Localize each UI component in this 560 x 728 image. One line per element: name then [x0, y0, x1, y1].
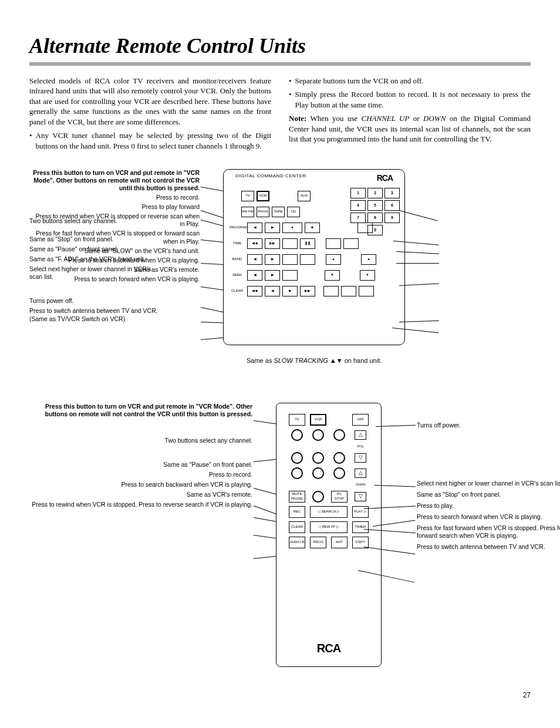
vol-dn-button: ▼ — [325, 270, 340, 281]
digit-7: 7 — [350, 213, 366, 223]
intro-bullet-1: Any VCR tuner channel may be selected by… — [29, 130, 271, 151]
d1r-scan: Select next higher or lower channel in V… — [29, 265, 164, 281]
remote-1: DIGITAL COMMAND CENTER RCA 1 2 3 4 5 6 7… — [223, 169, 405, 345]
d2-callout-rewind: Press to rewind when VCR is stopped. Pre… — [29, 501, 252, 508]
cd-button: CD — [287, 207, 300, 217]
aux-button: AUX — [298, 191, 311, 201]
digit-2: 2 — [367, 188, 383, 198]
digit-4: 4 — [350, 200, 366, 211]
remote-1-header: DIGITAL COMMAND CENTER — [235, 173, 306, 184]
r2-dial-5 — [312, 452, 324, 464]
page-number: 27 — [29, 690, 531, 700]
page-title: Alternate Remote Control Units — [29, 32, 531, 60]
ant-button — [341, 286, 356, 296]
search-n-button: ▶ — [282, 286, 298, 296]
intro-note: Note: When you use CHANNEL UP or DOWN on… — [289, 113, 531, 144]
lbl-clear: CLEAR — [230, 289, 245, 294]
note-italic-1: CHANNEL UP — [361, 114, 409, 123]
mute-button — [326, 238, 341, 249]
d2-callout-record: Press to record. — [29, 471, 252, 478]
r2-ant-button: ANT — [331, 537, 348, 548]
search-p-button: ◀ — [265, 286, 280, 296]
audiob-button — [300, 254, 315, 265]
diagram-2: Press this button to turn on VCR and put… — [29, 403, 531, 685]
digit-5: 5 — [367, 200, 383, 211]
intro-right-col: Separate buttons turn the VCR on and off… — [289, 76, 531, 155]
r2-dial-0 — [312, 491, 324, 503]
intro-bullet-2: Separate buttons turn the VCR on and off… — [289, 76, 531, 86]
remote-2: TV VCR OFF △ VOL ▽ △ CHAN — [276, 403, 382, 667]
intro-left-col: Selected models of RCA color TV receiver… — [29, 76, 271, 155]
d1r-ant: Press to switch antenna between TV and V… — [29, 307, 164, 322]
slow-next-button: ▶ — [265, 270, 280, 281]
r2-tv-button: TV — [289, 414, 305, 426]
diagram-1: Press this button to turn on VCR and put… — [29, 169, 531, 386]
d2-callout-pause: Same as "Pause" on front panel. — [29, 461, 252, 469]
lbl-seek: SEEK — [230, 273, 245, 278]
r2-pcstop-button: PC STOP — [331, 491, 348, 503]
r2-play-button: PLAY ▷ — [352, 506, 369, 518]
r2-dial-6 — [333, 452, 345, 464]
page-next-button: ▶ — [265, 254, 280, 265]
r2-vol-dn: ▽ — [355, 453, 366, 463]
r2-dial-8 — [312, 467, 324, 479]
lbl-band: BAND — [230, 257, 245, 262]
r2-audiob-button: AUDIO B — [289, 537, 305, 548]
r2-dial-4 — [291, 452, 303, 464]
r2-mute-button: MUTE PAUSE — [289, 491, 305, 503]
digit-6: 6 — [384, 200, 400, 211]
stop-button: ■ — [305, 223, 320, 233]
d2r-off: Turns off power. — [417, 422, 560, 429]
title-rule — [29, 63, 531, 65]
d2r-ant: Press to switch antenna between TV and V… — [417, 543, 560, 551]
diagram-2-left-callouts: Press this button to turn on VCR and put… — [29, 403, 252, 511]
repeat-button — [282, 238, 298, 249]
digit-pad: 1 2 3 4 5 6 7 8 9 0 — [350, 188, 400, 235]
r2-search-button: ◁ SEARCH ▷ — [310, 506, 348, 518]
d1r-channel: Two buttons select any channel. — [29, 217, 164, 225]
chan-dn-button: ▼ — [360, 270, 375, 281]
vol-up-button: ▲ — [326, 254, 341, 265]
digit-9: 9 — [384, 213, 400, 223]
amfm-button: AM FM — [241, 207, 254, 217]
rewind-button: ◀◀ — [247, 238, 262, 249]
r2-vol-label: VOL — [352, 444, 369, 449]
page-prev-button: ◀ — [247, 254, 262, 265]
d1-callout-vcr-mode: Press this button to turn on VCR and put… — [29, 169, 200, 192]
d2r-search-fwd: Press to search forward when VCR is play… — [417, 513, 560, 521]
intro-paragraph: Selected models of RCA color TV receiver… — [29, 76, 271, 127]
pause-button: ❚❚ — [300, 238, 315, 249]
vcr-button: VCR — [257, 191, 269, 201]
r2-dial-3 — [333, 429, 345, 441]
r2-dial-1 — [291, 429, 303, 441]
r2-chan-label: CHAN — [352, 483, 369, 487]
diagram-1-caption: Same as SLOW TRACKING ▲▼ on hand unit. — [247, 357, 382, 365]
d1r-pause: Same as "Pause" on front panel. — [29, 245, 164, 253]
diagram-2-right-callouts: Turns off power. Select next higher or l… — [417, 422, 560, 555]
search-bk-button: ◀◀ — [247, 286, 262, 296]
d2-callout-vcr-mode: Press this button to turn on VCR and put… — [29, 403, 252, 418]
lead-line — [399, 283, 439, 286]
diagram-1-right-callouts: Two buttons select any channel. Same as … — [29, 217, 164, 325]
r2-timer-button: TIMER — [352, 521, 369, 533]
r2-dial-2 — [312, 429, 324, 441]
record-button: ● — [282, 223, 302, 233]
lead-line — [376, 424, 416, 426]
digit-0: 0 — [367, 225, 383, 235]
slow-tracking-label: SLOW TRACKING — [274, 357, 328, 364]
r2-vol-up: △ — [355, 430, 366, 440]
r2-chan-dn: ▽ — [355, 492, 366, 501]
tape-button: TAPE — [272, 207, 285, 217]
lbl-time: TIME — [230, 241, 245, 246]
r2-dial-7 — [291, 467, 303, 479]
prvch-button — [343, 238, 359, 249]
phon-button: PHON — [257, 207, 269, 217]
r2-rewff-button: ◁ REW FF ▷ — [310, 521, 348, 533]
r2-dial-9 — [333, 467, 345, 479]
d2r-stop: Same as "Stop" on front panel. — [417, 491, 560, 498]
d2-callout-same-remote: Same as VCR's remote. — [29, 491, 252, 498]
play-prev-button: ◀ — [247, 223, 262, 233]
slow-prev-button: ◀ — [247, 270, 262, 281]
d1-callout-play: Press to play forward — [29, 203, 200, 211]
r2-chan-up: △ — [355, 469, 366, 478]
